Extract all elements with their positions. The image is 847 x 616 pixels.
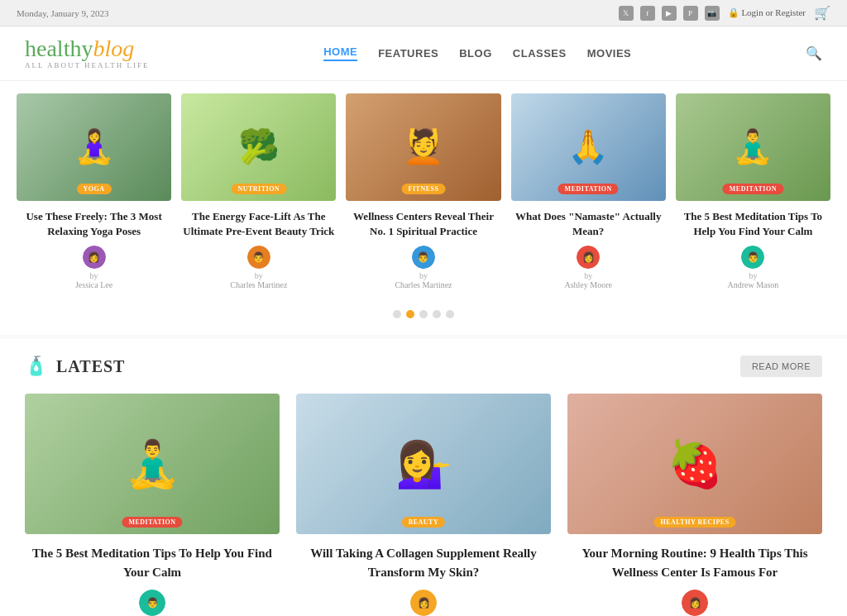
login-link[interactable]: Login (741, 7, 763, 17)
header: healthyblog ALL ABOUT HEALTH LIFE HOME F… (0, 26, 847, 81)
nav-blog[interactable]: BLOG (459, 47, 492, 60)
latest-item[interactable]: 💁‍♀️ BEAUTY Will Taking A Collagen Suppl… (296, 394, 551, 616)
carousel-item[interactable]: 🥦 NUTRITION The Energy Face-Lift As The … (181, 93, 336, 289)
cart-icon[interactable]: 🛒 (814, 5, 830, 21)
author-avatar: 👨 (741, 246, 764, 269)
carousel-image-wrap: 🙏 MEDITATION (511, 93, 666, 201)
carousel-item[interactable]: 💆 FITNESS Wellness Centers Reveal Their … (346, 93, 500, 289)
latest-author: 👩 by Jessica Lee June 6, 2017 (567, 590, 822, 616)
logo: healthyblog ALL ABOUT HEALTH LIFE (25, 36, 149, 70)
carousel-item[interactable]: 🧘‍♀️ YOGA Use These Freely: The 3 Most R… (17, 93, 171, 289)
tag-badge: HEALTHY RECIPES (653, 517, 735, 528)
main-nav: HOME FEATURES BLOG CLASSES MOVIES (323, 45, 631, 61)
carousel-dots (0, 298, 847, 335)
facebook-icon[interactable]: f (640, 6, 655, 21)
latest-item-title: Will Taking A Collagen Supplement Really… (296, 544, 551, 581)
author-name: Ashley Moore (564, 280, 612, 289)
latest-image: 💁‍♀️ (296, 394, 551, 534)
latest-item[interactable]: 🧘‍♂️ MEDITATION The 5 Best Meditation Ti… (25, 394, 280, 616)
carousel-image-wrap: 🧘‍♀️ YOGA (17, 93, 171, 201)
logo-healthy: healthy (25, 36, 93, 61)
logo-blog: blog (93, 36, 134, 61)
tag-badge: FITNESS (402, 184, 446, 194)
carousel-dot[interactable] (393, 310, 401, 318)
tag-badge: YOGA (77, 184, 112, 194)
latest-header: 🧴 LATEST READ MORE (25, 356, 822, 377)
latest-title-text: LATEST (56, 357, 125, 376)
latest-author: 👩 by Simon Walters June 7, 2017 (296, 590, 551, 616)
author-avatar: 👩 (83, 246, 106, 269)
author-avatar: 👩 (410, 590, 437, 616)
carousel-item-title: What Does "Namaste" Actually Mean? (511, 209, 666, 239)
nav-movies[interactable]: MOVIES (587, 47, 632, 60)
carousel-dot-active[interactable] (406, 310, 414, 318)
author-name: Andrew Mason (727, 280, 778, 289)
social-icons: 𝕏 f ▶ P 📷 (619, 6, 720, 21)
twitter-icon[interactable]: 𝕏 (619, 6, 634, 21)
login-area: 🔒 Login or Register (728, 7, 806, 18)
tag-badge: MEDITATION (723, 184, 783, 194)
carousel-item-title: Use These Freely: The 3 Most Relaxing Yo… (17, 209, 171, 239)
latest-author: 👨 by Andrew Mason June 8, 2017 (25, 590, 280, 616)
carousel-section: 🧘‍♀️ YOGA Use These Freely: The 3 Most R… (0, 81, 847, 298)
carousel-grid: 🧘‍♀️ YOGA Use These Freely: The 3 Most R… (17, 93, 830, 289)
latest-item-title: The 5 Best Meditation Tips To Help You F… (25, 544, 280, 581)
latest-image-wrap: 🧘‍♂️ MEDITATION (25, 394, 280, 534)
pinterest-icon[interactable]: P (683, 6, 698, 21)
logo-tagline: ALL ABOUT HEALTH LIFE (25, 62, 149, 70)
author-avatar: 👨 (412, 246, 435, 269)
youtube-icon[interactable]: ▶ (662, 6, 677, 21)
register-link[interactable]: Register (775, 7, 806, 17)
author-avatar: 👨 (247, 246, 270, 269)
carousel-dot[interactable] (446, 310, 454, 318)
tag-badge: NUTRITION (231, 184, 286, 194)
tag-badge: MEDITATION (558, 184, 619, 194)
carousel-author: 👨 by Charles Martinez (346, 246, 500, 289)
latest-image: 🍓 (567, 394, 822, 534)
author-name: Charles Martinez (395, 280, 452, 289)
carousel-author: 👩 by Jessica Lee (17, 246, 171, 289)
carousel-item-title: The Energy Face-Lift As The Ultimate Pre… (181, 209, 336, 239)
nav-home[interactable]: HOME (323, 45, 357, 61)
featured-section: 🧘‍♀️ YOGA Use These Freely: The 3 Most R… (0, 81, 847, 335)
read-more-button[interactable]: READ MORE (740, 356, 822, 377)
instagram-icon[interactable]: 📷 (705, 6, 720, 21)
latest-item-title: Your Morning Routine: 9 Health Tips This… (567, 544, 822, 581)
carousel-item-title: Wellness Centers Reveal Their No. 1 Spir… (346, 209, 500, 239)
latest-image-wrap: 💁‍♀️ BEAUTY (296, 394, 551, 534)
carousel-image-wrap: 💆 FITNESS (346, 93, 500, 201)
carousel-author: 👨 by Andrew Mason (676, 246, 830, 289)
tag-badge: BEAUTY (402, 517, 445, 528)
carousel-image-wrap: 🥦 NUTRITION (181, 93, 336, 201)
carousel-image-wrap: 🧘‍♂️ MEDITATION (676, 93, 830, 201)
author-avatar: 👨 (139, 590, 165, 616)
author-name: Jessica Lee (75, 280, 112, 289)
bottle-icon: 🧴 (25, 356, 48, 377)
latest-item[interactable]: 🍓 HEALTHY RECIPES Your Morning Routine: … (567, 394, 822, 616)
latest-image: 🧘‍♂️ (25, 394, 280, 534)
carousel-dot[interactable] (419, 310, 428, 318)
latest-title: 🧴 LATEST (25, 356, 125, 377)
carousel-item[interactable]: 🧘‍♂️ MEDITATION The 5 Best Meditation Ti… (676, 93, 830, 289)
carousel-item[interactable]: 🙏 MEDITATION What Does "Namaste" Actuall… (511, 93, 666, 289)
top-bar: Monday, January 9, 2023 𝕏 f ▶ P 📷 🔒 Logi… (0, 0, 847, 26)
search-icon[interactable]: 🔍 (806, 45, 822, 61)
author-avatar: 👩 (577, 246, 600, 269)
latest-section: 🧴 LATEST READ MORE 🧘‍♂️ MEDITATION The 5… (0, 339, 847, 616)
latest-grid: 🧘‍♂️ MEDITATION The 5 Best Meditation Ti… (25, 394, 822, 616)
carousel-dot[interactable] (433, 310, 441, 318)
author-name: Charles Martinez (230, 280, 287, 289)
nav-features[interactable]: FEATURES (378, 47, 438, 60)
tag-badge: MEDITATION (122, 517, 182, 528)
carousel-item-title: The 5 Best Meditation Tips To Help You F… (676, 209, 830, 239)
logo-main: healthyblog (25, 36, 149, 62)
nav-classes[interactable]: CLASSES (513, 47, 567, 60)
author-avatar: 👩 (682, 590, 708, 616)
date-label: Monday, January 9, 2023 (17, 8, 108, 18)
carousel-author: 👩 by Ashley Moore (511, 246, 666, 289)
latest-image-wrap: 🍓 HEALTHY RECIPES (567, 394, 822, 534)
carousel-author: 👨 by Charles Martinez (181, 246, 336, 289)
top-bar-right: 𝕏 f ▶ P 📷 🔒 Login or Register 🛒 (619, 5, 830, 21)
